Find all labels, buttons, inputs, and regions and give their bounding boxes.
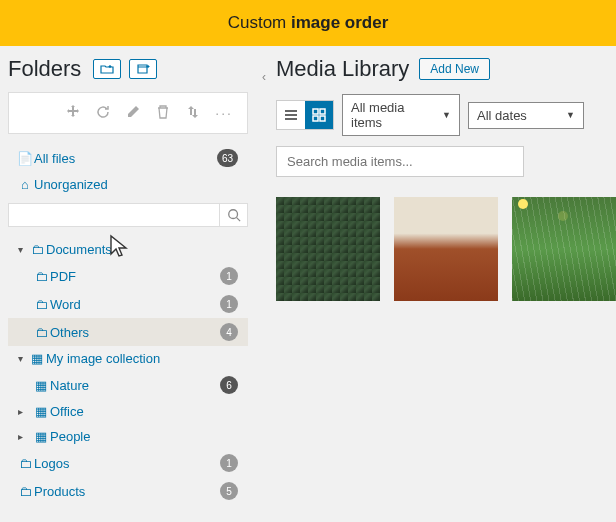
unorganized-item[interactable]: ⌂ Unorganized <box>8 172 248 197</box>
folder-toolbar: ··· <box>8 92 248 134</box>
tree-documents[interactable]: ▾ 🗀 Documents <box>8 237 248 262</box>
list-view-button[interactable] <box>277 101 305 129</box>
top-tree: 📄 All files 63 ⌂ Unorganized <box>8 144 248 197</box>
list-icon <box>283 107 299 123</box>
svg-rect-2 <box>320 109 325 114</box>
collection-icon: ▦ <box>28 351 46 366</box>
media-thumbnail[interactable] <box>276 197 380 301</box>
tree-label: People <box>50 429 244 444</box>
grid-icon <box>311 107 327 123</box>
tree-nature[interactable]: ▦ Nature 6 <box>8 371 248 399</box>
tree-office[interactable]: ▸ ▦ Office <box>8 399 248 424</box>
folder-plus-icon <box>100 63 114 75</box>
tree-logos[interactable]: 🗀 Logos 1 <box>8 449 248 477</box>
trash-icon[interactable] <box>155 104 171 123</box>
tree-word[interactable]: 🗀 Word 1 <box>8 290 248 318</box>
media-grid <box>276 197 616 301</box>
collapse-handle[interactable]: ‹ <box>262 70 266 84</box>
folder-icon: 🗀 <box>32 297 50 312</box>
svg-rect-3 <box>313 116 318 121</box>
filter-bar: All media items ▼ All dates ▼ <box>276 94 616 136</box>
all-files-label: All files <box>34 151 217 166</box>
collection-icon: ▦ <box>32 429 50 444</box>
banner: Custom image order <box>0 0 616 46</box>
svg-rect-1 <box>313 109 318 114</box>
folder-icon: 🗀 <box>16 484 34 499</box>
tree-people[interactable]: ▸ ▦ People <box>8 424 248 449</box>
add-new-button[interactable]: Add New <box>419 58 490 80</box>
refresh-icon[interactable] <box>95 104 111 123</box>
tree-others[interactable]: 🗀 Others 4 <box>8 318 248 346</box>
select-value: All dates <box>477 108 527 123</box>
folders-title: Folders <box>8 56 81 82</box>
home-icon: ⌂ <box>16 177 34 192</box>
tree-label: Logos <box>34 456 220 471</box>
folder-icon: 🗀 <box>16 456 34 471</box>
banner-prefix: Custom <box>228 13 291 32</box>
search-icon <box>227 208 241 222</box>
media-thumbnail[interactable] <box>512 197 616 301</box>
chevron-down-icon: ▾ <box>12 353 28 364</box>
count-badge: 4 <box>220 323 238 341</box>
sort-icon[interactable] <box>185 104 201 123</box>
new-library-button[interactable] <box>129 59 157 79</box>
tree-label: Documents <box>46 242 244 257</box>
svg-point-0 <box>228 210 237 219</box>
folders-sidebar: Folders ··· 📄 All files 63 <box>0 46 260 518</box>
count-badge: 5 <box>220 482 238 500</box>
tree-label: Office <box>50 404 244 419</box>
chevron-right-icon: ▸ <box>12 431 28 442</box>
tree-label: Nature <box>50 378 220 393</box>
new-folder-button[interactable] <box>93 59 121 79</box>
svg-rect-4 <box>320 116 325 121</box>
caret-down-icon: ▼ <box>442 110 451 120</box>
unorganized-label: Unorganized <box>34 177 244 192</box>
count-badge: 1 <box>220 454 238 472</box>
count-badge: 1 <box>220 267 238 285</box>
tree-label: PDF <box>50 269 220 284</box>
more-icon[interactable]: ··· <box>215 105 233 121</box>
tree-label: My image collection <box>46 351 244 366</box>
folder-icon: 🗀 <box>28 242 46 257</box>
media-library-main: Media Library Add New All media items ▼ … <box>260 46 616 518</box>
media-thumbnail[interactable] <box>394 197 498 301</box>
all-files-item[interactable]: 📄 All files 63 <box>8 144 248 172</box>
all-files-count: 63 <box>217 149 238 167</box>
move-icon[interactable] <box>65 104 81 123</box>
folder-icon: 🗀 <box>32 269 50 284</box>
tree-pdf[interactable]: 🗀 PDF 1 <box>8 262 248 290</box>
grid-view-button[interactable] <box>305 101 333 129</box>
banner-bold: image order <box>291 13 388 32</box>
caret-down-icon: ▼ <box>566 110 575 120</box>
folder-search-input[interactable] <box>8 203 220 227</box>
library-plus-icon <box>136 63 150 75</box>
media-search-input[interactable] <box>276 146 524 177</box>
folder-search-button[interactable] <box>220 203 248 227</box>
tree-label: Others <box>50 325 220 340</box>
folder-tree: ▾ 🗀 Documents 🗀 PDF 1 🗀 Word 1 🗀 Others <box>8 237 248 505</box>
tree-products[interactable]: 🗀 Products 5 <box>8 477 248 505</box>
chevron-right-icon: ▸ <box>12 406 28 417</box>
tree-label: Products <box>34 484 220 499</box>
view-toggle <box>276 100 334 130</box>
tree-my-image-collection[interactable]: ▾ ▦ My image collection <box>8 346 248 371</box>
file-icon: 📄 <box>16 151 34 166</box>
select-value: All media items <box>351 100 432 130</box>
folder-icon: 🗀 <box>32 325 50 340</box>
count-badge: 1 <box>220 295 238 313</box>
edit-icon[interactable] <box>125 104 141 123</box>
folder-search-row <box>8 203 248 227</box>
collection-icon: ▦ <box>32 404 50 419</box>
collection-icon: ▦ <box>32 378 50 393</box>
media-type-select[interactable]: All media items ▼ <box>342 94 460 136</box>
chevron-down-icon: ▾ <box>12 244 28 255</box>
tree-label: Word <box>50 297 220 312</box>
count-badge: 6 <box>220 376 238 394</box>
date-select[interactable]: All dates ▼ <box>468 102 584 129</box>
media-library-title: Media Library <box>276 56 409 82</box>
